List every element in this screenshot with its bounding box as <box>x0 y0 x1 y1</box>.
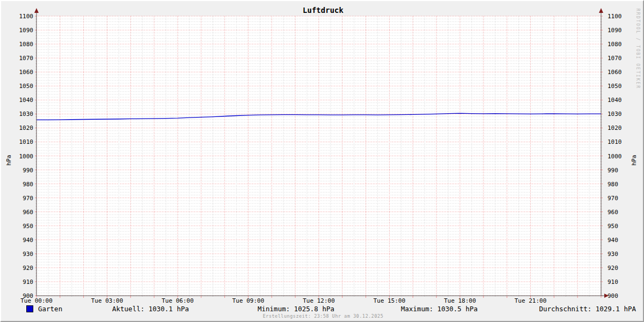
stat-current: Aktuell: 1030.1 hPa <box>112 305 189 313</box>
y-tick-label-left: 1080 <box>19 41 34 48</box>
stat-average: Durchschnitt: 1029.1 hPA <box>539 305 636 313</box>
x-tick-label: Tue 12:00 <box>303 297 335 304</box>
y-tick-label-right: 950 <box>608 223 618 230</box>
y-tick-label-left: 1020 <box>19 125 34 131</box>
y-tick-label-right: 1010 <box>608 138 622 145</box>
y-tick-label-left: 1040 <box>19 97 34 104</box>
y-tick-label-left: 950 <box>23 223 33 230</box>
y-tick-label-left: 1030 <box>19 111 34 118</box>
stat-minimum: Minimum: 1025.8 hPa <box>258 305 334 313</box>
y-tick-label-left: 1060 <box>19 69 34 76</box>
y-tick-label-right: 980 <box>608 181 618 188</box>
y-tick-label-left: 1000 <box>19 153 34 160</box>
y-tick-label-left: 910 <box>23 279 33 286</box>
y-tick-label-left: 1050 <box>19 83 34 90</box>
y-tick-label-right: 940 <box>608 237 618 244</box>
y-tick-label-right: 1030 <box>608 111 622 118</box>
y-tick-label-left: 930 <box>23 251 33 258</box>
y-tick-label-left: 1010 <box>19 138 34 145</box>
y-tick-label-right: 960 <box>608 209 618 216</box>
y-tick-label-right: 970 <box>608 195 618 202</box>
y-tick-label-left: 920 <box>23 265 33 272</box>
series-color-swatch <box>26 305 33 312</box>
x-tick-label: Tue 21:00 <box>515 297 547 304</box>
y-tick-label-right: 920 <box>608 265 618 272</box>
stat-maximum: Maximum: 1030.5 hPa <box>401 305 478 313</box>
y-tick-label-right: 900 <box>608 292 618 299</box>
x-tick-label: Tue 03:00 <box>91 297 123 304</box>
x-tick-label: Tue 06:00 <box>162 297 194 304</box>
y-tick-label-left: 1100 <box>19 13 34 20</box>
y-tick-label-right: 990 <box>608 167 618 174</box>
y-tick-label-left: 970 <box>23 195 33 202</box>
x-tick-label: Tue 18:00 <box>444 297 476 304</box>
y-axis-arrow-left <box>34 8 39 13</box>
y-tick-label-right: 910 <box>608 279 618 286</box>
legend-and-stats-row: Garten Aktuell: 1030.1 hPa Minimum: 1025… <box>1 305 644 313</box>
y-tick-label-right: 1090 <box>608 27 622 34</box>
y-tick-label-right: 1040 <box>608 97 622 104</box>
pressure-graph: Luftdruck RRDTOOL / TOBI OETIKER hPa hPa… <box>0 0 644 322</box>
x-tick-label: Tue 15:00 <box>374 297 406 304</box>
y-tick-label-right: 1100 <box>608 13 622 20</box>
x-tick-label: Tue 09:00 <box>232 297 265 304</box>
y-tick-label-left: 1070 <box>19 55 34 62</box>
y-tick-label-right: 1070 <box>608 55 622 62</box>
y-tick-label-left: 1090 <box>19 27 34 34</box>
y-tick-label-right: 1080 <box>608 41 622 48</box>
y-tick-label-right: 1020 <box>608 125 622 131</box>
creation-time-footer: Erstellungszeit: 23:58 Uhr am 30.12.2025 <box>1 313 644 319</box>
x-tick-label: Tue 00:00 <box>20 297 53 304</box>
y-tick-label-right: 1050 <box>608 83 622 90</box>
y-tick-label-left: 990 <box>23 167 33 174</box>
y-tick-label-right: 1000 <box>608 153 622 160</box>
y-axis-arrow-right <box>599 8 603 13</box>
series-legend-label: Garten <box>38 305 62 313</box>
y-tick-label-left: 960 <box>23 209 33 216</box>
y-tick-label-right: 1060 <box>608 69 622 76</box>
graph-canvas: 9009009109109209209309309409409509509609… <box>1 1 643 305</box>
y-tick-label-left: 940 <box>23 237 33 244</box>
y-tick-label-right: 930 <box>608 251 618 258</box>
y-tick-label-left: 980 <box>23 181 33 188</box>
